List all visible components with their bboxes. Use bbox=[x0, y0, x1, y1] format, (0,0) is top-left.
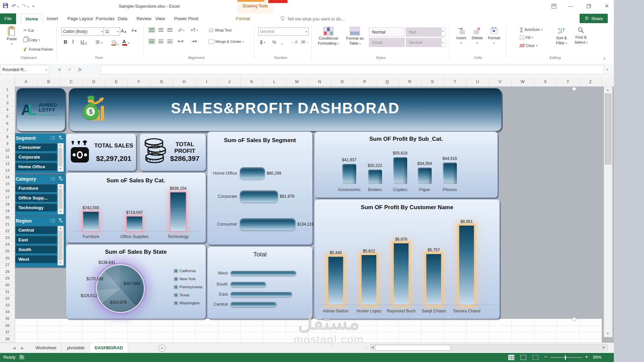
restore-button[interactable] bbox=[581, 0, 596, 12]
italic-button[interactable]: I bbox=[72, 39, 74, 45]
row-header-38[interactable]: 38 bbox=[0, 336, 15, 343]
tab-power-pivot[interactable]: Power Pivot bbox=[170, 13, 203, 24]
column-header-D[interactable]: D bbox=[83, 77, 105, 86]
column-header-H[interactable]: H bbox=[173, 77, 196, 86]
slicer-item-west[interactable]: West bbox=[15, 255, 57, 263]
align-bottom-button[interactable] bbox=[167, 28, 172, 32]
row-header-27[interactable]: 27 bbox=[0, 262, 15, 268]
style-bad[interactable]: Bad bbox=[406, 27, 441, 37]
column-header-U[interactable]: U bbox=[466, 77, 489, 86]
row-header-7[interactable]: 7 bbox=[0, 127, 15, 134]
copy-button[interactable]: Copy▾ bbox=[23, 38, 40, 42]
align-top-button[interactable] bbox=[149, 28, 154, 32]
scroll-thumb[interactable] bbox=[58, 231, 62, 260]
sort-filter-button[interactable]: AZ Sort &Filter ▾ bbox=[553, 27, 570, 46]
collapse-ribbon-icon[interactable]: ∧ bbox=[603, 56, 606, 61]
row-header-37[interactable]: 37 bbox=[0, 329, 15, 336]
scroll-right-icon[interactable]: ▶ bbox=[603, 346, 605, 349]
clear-button[interactable]: Clear▾ bbox=[520, 44, 537, 48]
tab-file[interactable]: File bbox=[0, 13, 16, 24]
bar-adrian-barton[interactable] bbox=[328, 257, 343, 305]
align-right-button[interactable] bbox=[167, 40, 172, 43]
slicer-scrollbar[interactable]: ▲▼ bbox=[58, 184, 64, 214]
scroll-thumb[interactable] bbox=[58, 148, 62, 166]
zoom-slider-thumb[interactable] bbox=[565, 355, 566, 360]
sales-by-category-chart[interactable]: Sum oF Sales By Cat. $742,000Furniture$7… bbox=[66, 172, 206, 243]
scroll-down-icon[interactable]: ▼ bbox=[58, 261, 63, 265]
pie-chart[interactable] bbox=[96, 264, 145, 313]
row-header-2[interactable]: 2 bbox=[0, 93, 15, 100]
row-header-12[interactable]: 12 bbox=[0, 161, 15, 167]
column-header-N[interactable]: N bbox=[308, 77, 331, 86]
column-header-K[interactable]: K bbox=[240, 77, 263, 86]
multi-select-icon[interactable] bbox=[50, 176, 55, 182]
row-header-33[interactable]: 33 bbox=[0, 302, 15, 309]
bar-consumer[interactable] bbox=[240, 218, 296, 230]
slicer-category[interactable]: CategoryFurnitureOffice Supp...Technolog… bbox=[13, 174, 65, 216]
format-painter-button[interactable]: Format Painter bbox=[23, 47, 53, 52]
namebox-splitter[interactable]: ⋮ bbox=[50, 67, 53, 71]
accounting-format-button[interactable]: $▾ bbox=[260, 40, 265, 45]
orientation-button[interactable]: ab ▾ bbox=[178, 27, 184, 32]
row-header-19[interactable]: 19 bbox=[0, 208, 15, 215]
merge-center-button[interactable]: Merge & Center▾ bbox=[209, 40, 244, 44]
increase-decimal-button[interactable]: ←.0 bbox=[291, 40, 297, 44]
zoom-out-button[interactable]: − bbox=[544, 354, 547, 360]
number-format-select[interactable]: General▾ bbox=[258, 27, 309, 36]
bar-office-supplies[interactable] bbox=[127, 217, 142, 231]
legend-item-new-york[interactable]: New York bbox=[174, 277, 196, 281]
slicer-item-home-office[interactable]: Home Office bbox=[15, 163, 57, 171]
redo-icon[interactable]: ↷ ▾ bbox=[22, 3, 29, 9]
row-header-20[interactable]: 20 bbox=[0, 215, 15, 221]
align-center-button[interactable] bbox=[158, 40, 163, 43]
clear-filter-icon[interactable] bbox=[58, 176, 63, 182]
select-all-corner[interactable] bbox=[0, 77, 15, 86]
column-header-C[interactable]: C bbox=[60, 77, 83, 86]
clear-filter-icon[interactable] bbox=[58, 218, 63, 224]
decrease-indent-button[interactable]: ⇤≡ bbox=[178, 39, 183, 44]
bar-tamara-chand[interactable] bbox=[459, 226, 474, 305]
column-header-R[interactable]: R bbox=[398, 77, 421, 86]
column-header-J[interactable]: J bbox=[218, 77, 241, 86]
column-header-M[interactable]: M bbox=[286, 77, 309, 86]
cancel-entry-icon[interactable]: ✕ bbox=[58, 67, 61, 72]
row-header-24[interactable]: 24 bbox=[0, 241, 15, 248]
bar-west[interactable] bbox=[230, 271, 296, 276]
format-cells-button[interactable]: Format▾ bbox=[486, 27, 502, 45]
scroll-down-icon[interactable]: ▼ bbox=[58, 167, 63, 171]
grow-font-button[interactable]: A▲ bbox=[121, 28, 127, 34]
paste-button[interactable]: Paste▾ bbox=[3, 26, 20, 46]
style-good[interactable]: Good bbox=[369, 38, 405, 47]
column-header-B[interactable]: B bbox=[37, 77, 60, 86]
vertical-scrollbar[interactable]: ▲ ▼ bbox=[604, 86, 612, 337]
legend-item-california[interactable]: California bbox=[174, 269, 196, 273]
bar-furniture[interactable] bbox=[83, 212, 99, 231]
slicer-item-consumer[interactable]: Consumer bbox=[15, 143, 57, 151]
row-header-3[interactable]: 3 bbox=[0, 100, 15, 107]
row-header-31[interactable]: 31 bbox=[0, 289, 15, 295]
scroll-down-icon[interactable]: ▼ bbox=[604, 330, 611, 337]
legend-item-pennsylvania[interactable]: Pennsylvania bbox=[174, 285, 202, 289]
close-button[interactable]: ✕ bbox=[599, 0, 614, 12]
row-header-11[interactable]: 11 bbox=[0, 154, 15, 161]
slicer-scrollbar[interactable]: ▲▼ bbox=[58, 226, 64, 265]
style-normal[interactable]: Normal bbox=[369, 27, 405, 37]
save-icon[interactable] bbox=[3, 3, 8, 9]
row-header-23[interactable]: 23 bbox=[0, 235, 15, 241]
total-profit-card[interactable]: TOTAL PROFIT $286,397 bbox=[140, 133, 206, 171]
fill-button[interactable]: ↓Fill▾ bbox=[520, 35, 533, 40]
row-header-16[interactable]: 16 bbox=[0, 188, 15, 194]
column-header-S[interactable]: S bbox=[421, 77, 444, 86]
slicer-item-south[interactable]: South bbox=[15, 245, 57, 253]
row-header-10[interactable]: 10 bbox=[0, 147, 15, 154]
wrap-text-button[interactable]: Wrap Text bbox=[209, 28, 231, 32]
bar-hunter-lopez[interactable] bbox=[362, 255, 376, 305]
page-layout-view-button[interactable] bbox=[521, 355, 526, 361]
column-header-A[interactable]: A bbox=[15, 77, 38, 86]
sheet-tab-dashborad[interactable]: DASHBORAD bbox=[90, 343, 128, 354]
scroll-up-icon[interactable]: ▲ bbox=[604, 87, 611, 93]
percent-style-button[interactable]: % bbox=[272, 40, 276, 45]
row-header-36[interactable]: 36 bbox=[0, 322, 15, 329]
column-header-Z[interactable]: Z bbox=[579, 77, 602, 86]
new-sheet-button[interactable]: + bbox=[158, 345, 166, 352]
